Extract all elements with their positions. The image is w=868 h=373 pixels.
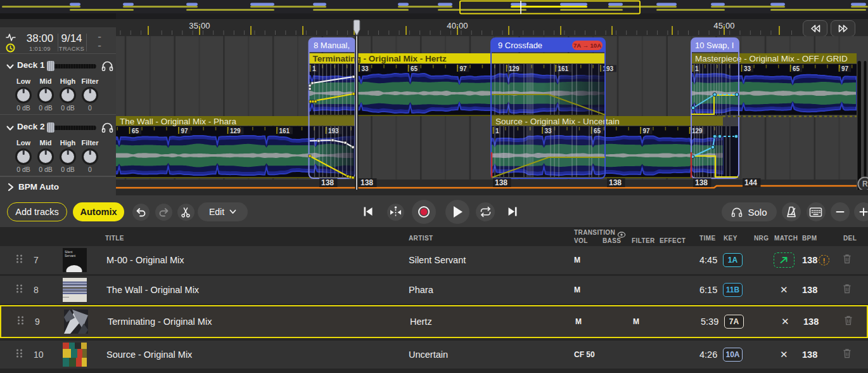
vertical-scrollbar[interactable]: [858, 61, 862, 195]
track-row-9[interactable]: 9Terminating - Original MixHertzMM5:397A…: [0, 305, 868, 338]
track-title[interactable]: The Wall - Original Mix: [106, 285, 199, 295]
deck-volume-slider-thumb[interactable]: [47, 61, 54, 71]
knob-filter[interactable]: [82, 87, 98, 103]
record-button[interactable]: [412, 200, 436, 224]
track-title[interactable]: Terminating - Original Mix: [108, 317, 212, 327]
knob-mid[interactable]: [37, 148, 54, 165]
minimap-track-segment[interactable]: [608, 6, 677, 8]
minimap-transition-pill[interactable]: [70, 3, 80, 6]
undo-button[interactable]: [132, 204, 150, 221]
mix-overview-minimap[interactable]: [0, 0, 868, 19]
metronome-button[interactable]: [782, 202, 801, 221]
timeline-ruler[interactable]: 35:0040:0045:00: [0, 19, 868, 36]
skip-next-button[interactable]: [507, 206, 519, 218]
minimap-transition-pill[interactable]: [851, 3, 866, 6]
keyboard-shortcuts-button[interactable]: [807, 202, 826, 221]
delete-track-button[interactable]: [844, 315, 853, 328]
minimap-track-segment[interactable]: [123, 6, 198, 8]
match-none-icon[interactable]: ✕: [781, 316, 789, 327]
delete-track-button[interactable]: [843, 254, 852, 266]
minimap-track-segment[interactable]: [770, 9, 866, 11]
track-row-7[interactable]: 7SilentServantM-00 - Original MixSilent …: [0, 246, 868, 274]
key-badge[interactable]: 1A: [723, 253, 743, 267]
play-button[interactable]: [445, 200, 469, 224]
minimap-track-segment[interactable]: [560, 9, 623, 11]
column-header-artist[interactable]: ARTIST: [409, 235, 433, 242]
knob-low[interactable]: [15, 148, 32, 165]
track-title[interactable]: Source - Original Mix: [106, 350, 192, 360]
zoom-out-button[interactable]: [831, 202, 850, 221]
deck-volume-slider-thumb[interactable]: [47, 122, 54, 133]
drag-handle[interactable]: [16, 284, 23, 296]
mix-timeline[interactable]: The Wall - Original Mix - Phara659712916…: [116, 36, 868, 195]
column-header-title[interactable]: TITLE: [105, 235, 124, 242]
knob-low[interactable]: [15, 87, 32, 103]
knob-filter[interactable]: [82, 148, 98, 165]
minimap-transition-pill[interactable]: [250, 3, 274, 6]
column-header-nrg[interactable]: NRG: [754, 235, 769, 242]
solo-button[interactable]: Solo: [722, 202, 777, 221]
loop-button[interactable]: [476, 202, 495, 221]
track-title[interactable]: M-00 - Original Mix: [106, 255, 184, 265]
minimap-track-segment[interactable]: [711, 6, 785, 8]
drag-handle[interactable]: [17, 316, 24, 328]
transition-box-8[interactable]: 8 Manual,: [309, 38, 355, 178]
minimap-transition-pill[interactable]: [770, 3, 785, 6]
playhead-marker[interactable]: [350, 19, 363, 36]
minimap-track-segment[interactable]: [656, 9, 725, 11]
column-header-del[interactable]: DEL: [843, 235, 857, 242]
minimap-track-segment[interactable]: [250, 6, 326, 8]
minimap-track-segment[interactable]: [398, 6, 452, 8]
add-tracks-button[interactable]: Add tracks: [7, 202, 67, 221]
minimap-transition-pill[interactable]: [313, 3, 326, 6]
drag-handle[interactable]: [16, 254, 23, 266]
transition-vol[interactable]: M: [574, 285, 580, 294]
column-header-bpm[interactable]: BPM: [802, 235, 817, 242]
knob-mid[interactable]: [37, 87, 54, 103]
headphones-icon[interactable]: [101, 60, 113, 71]
track-row-10[interactable]: 10Source - Original MixUncertainCF 504:2…: [0, 341, 868, 369]
delete-track-button[interactable]: [843, 348, 852, 361]
column-header-transition[interactable]: TRANSITION: [574, 229, 615, 236]
minimap-transition-pill[interactable]: [438, 3, 452, 6]
transition-vol[interactable]: M: [575, 317, 582, 326]
minimap-transition-pill[interactable]: [511, 3, 527, 6]
key-badge[interactable]: 7A: [724, 315, 744, 329]
transition-vol[interactable]: M: [574, 256, 580, 265]
knob-high[interactable]: [60, 148, 76, 165]
transition-filter[interactable]: M: [633, 317, 639, 326]
minimap-track-segment[interactable]: [186, 9, 274, 11]
vertical-scrollbar-2[interactable]: [864, 61, 867, 195]
minimap-transition-pill[interactable]: [398, 3, 409, 6]
minimap-track-segment[interactable]: [2, 6, 80, 8]
transition-vol[interactable]: CF 50: [574, 350, 595, 359]
cut-button[interactable]: [177, 204, 195, 221]
key-badge[interactable]: 10A: [723, 348, 743, 362]
minimap-transition-pill[interactable]: [656, 3, 677, 6]
redo-button[interactable]: [155, 204, 172, 221]
column-header-time[interactable]: TIME: [699, 235, 716, 242]
deck-volume-slider[interactable]: [48, 64, 96, 69]
column-header-match[interactable]: MATCH: [774, 235, 798, 242]
knob-high[interactable]: [60, 87, 76, 103]
column-header-effect[interactable]: EFFECT: [660, 237, 686, 244]
minimap-transition-pill[interactable]: [608, 3, 623, 6]
column-header-vol[interactable]: VOL: [574, 237, 588, 244]
column-header-key[interactable]: KEY: [724, 235, 737, 242]
skip-previous-button[interactable]: [362, 206, 374, 218]
minimap-transition-pill[interactable]: [186, 3, 198, 6]
edit-menu-button[interactable]: Edit: [198, 202, 248, 221]
minimap-track-segment[interactable]: [313, 9, 409, 11]
drag-handle[interactable]: [16, 349, 23, 361]
minimap-transition-pill[interactable]: [123, 3, 134, 6]
deck-name[interactable]: Deck 1: [17, 60, 45, 70]
zoom-in-button[interactable]: [854, 202, 868, 221]
headphones-icon[interactable]: [101, 122, 113, 133]
minimap-track-segment[interactable]: [511, 6, 587, 8]
jump-backward-button[interactable]: [803, 20, 827, 37]
bpm-warning-icon[interactable]: !: [819, 255, 829, 266]
column-header-bass[interactable]: BASS: [603, 237, 621, 244]
deck-name[interactable]: Deck 2: [17, 122, 45, 131]
delete-track-button[interactable]: [843, 284, 852, 296]
track-row-8[interactable]: 8The Wall - Original MixPharaM6:1511B✕13…: [0, 276, 868, 304]
